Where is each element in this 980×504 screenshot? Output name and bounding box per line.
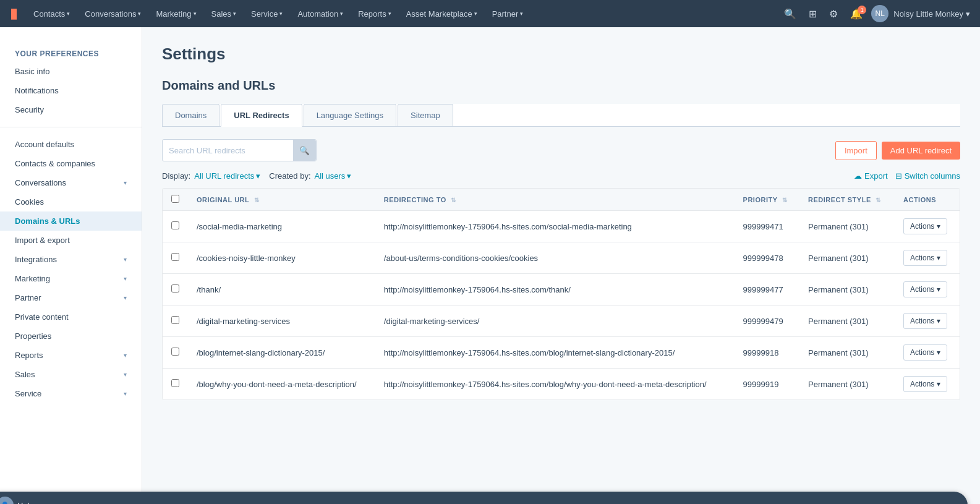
created-by-filter-dropdown[interactable]: All users ▾ <box>315 171 352 181</box>
nav-service[interactable]: Service ▾ <box>245 6 289 22</box>
table-header-row: ORIGINAL URL ⇅ REDIRECTING TO ⇅ PRIORITY… <box>163 189 960 211</box>
tab-sitemap[interactable]: Sitemap <box>398 104 453 126</box>
add-url-redirect-button[interactable]: Add URL redirect <box>882 142 960 160</box>
conversations-chevron-icon: ▾ <box>138 11 141 17</box>
row-actions-button-5[interactable]: Actions ▾ <box>903 376 947 392</box>
row-actions-button-4[interactable]: Actions ▾ <box>903 344 947 361</box>
row-redirecting-to-5: http://noisylittlemonkey-1759064.hs-site… <box>375 369 735 400</box>
row-checkbox-cell-0 <box>163 211 188 242</box>
redirect-style-sort-icon[interactable]: ⇅ <box>876 197 881 203</box>
sidebar-item-domains-urls[interactable]: Domains & URLs <box>0 211 142 231</box>
row-priority-3: 999999479 <box>735 305 799 337</box>
sidebar-item-properties[interactable]: Properties <box>0 327 142 346</box>
row-original-url-5: /blog/why-you-dont-need-a-meta-descripti… <box>188 369 375 400</box>
nav-partner[interactable]: Partner ▾ <box>486 6 530 22</box>
nav-conversations[interactable]: Conversations ▾ <box>79 6 147 22</box>
row-actions-button-3[interactable]: Actions ▾ <box>903 313 947 329</box>
actions-chevron-icon-5: ▾ <box>937 380 940 388</box>
settings-icon-btn[interactable]: ⚙ <box>825 6 842 22</box>
main-content: Settings Domains and URLs Domains URL Re… <box>142 27 980 504</box>
search-input[interactable] <box>169 146 289 155</box>
redirects-table: ORIGINAL URL ⇅ REDIRECTING TO ⇅ PRIORITY… <box>163 189 960 399</box>
col-redirect-style: REDIRECT STYLE ⇅ <box>799 189 895 211</box>
section-title: Domains and URLs <box>162 79 960 93</box>
priority-sort-icon[interactable]: ⇅ <box>782 197 788 203</box>
tab-url-redirects[interactable]: URL Redirects <box>221 104 302 127</box>
nav-asset-marketplace[interactable]: Asset Marketplace ▾ <box>400 6 484 22</box>
row-checkbox-4[interactable] <box>171 348 179 356</box>
import-button[interactable]: Import <box>835 141 877 160</box>
row-checkbox-cell-4 <box>163 337 188 369</box>
apps-icon-btn[interactable]: ⊞ <box>805 6 820 22</box>
row-checkbox-2[interactable] <box>171 284 179 293</box>
redirecting-to-sort-icon[interactable]: ⇅ <box>451 197 456 203</box>
col-original-url: ORIGINAL URL ⇅ <box>188 189 375 211</box>
export-button[interactable]: ☁ Export <box>854 171 888 181</box>
filter-left: Display: All URL redirects ▾ Created by:… <box>162 171 351 181</box>
row-checkbox-0[interactable] <box>171 221 179 229</box>
toolbar-left: 🔍 <box>162 139 317 161</box>
select-all-checkbox[interactable] <box>171 195 179 203</box>
original-url-sort-icon[interactable]: ⇅ <box>254 197 260 203</box>
row-redirecting-to-4: http://noisylittlemonkey-1759064.hs-site… <box>375 337 735 369</box>
row-actions-cell-4: Actions ▾ <box>895 337 960 369</box>
sidebar-item-reports[interactable]: Reports ▾ <box>0 346 142 365</box>
nav-contacts[interactable]: Contacts ▾ <box>27 6 76 22</box>
sidebar: Your preferences Basic info Notification… <box>0 27 142 504</box>
sidebar-item-cookies[interactable]: Cookies <box>0 192 142 211</box>
sidebar-item-sales[interactable]: Sales ▾ <box>0 365 142 384</box>
sidebar-item-contacts-companies[interactable]: Contacts & companies <box>0 154 142 173</box>
row-actions-button-0[interactable]: Actions ▾ <box>903 218 947 234</box>
table-row: /blog/why-you-dont-need-a-meta-descripti… <box>163 369 960 400</box>
table-body: /social-media-marketing http://noisylitt… <box>163 211 960 400</box>
sidebar-item-security[interactable]: Security <box>0 100 142 119</box>
row-priority-4: 99999918 <box>735 337 799 369</box>
switch-columns-button[interactable]: ⊟ Switch columns <box>895 171 960 181</box>
row-actions-cell-2: Actions ▾ <box>895 274 960 305</box>
sidebar-item-marketing[interactable]: Marketing ▾ <box>0 269 142 288</box>
row-original-url-3: /digital-marketing-services <box>188 305 375 337</box>
search-icon-btn[interactable]: 🔍 <box>780 6 800 22</box>
marketing-expand-icon: ▾ <box>124 275 127 282</box>
table-row: /blog/internet-slang-dictionary-2015/ ht… <box>163 337 960 369</box>
sidebar-item-service[interactable]: Service ▾ <box>0 384 142 403</box>
nav-reports[interactable]: Reports ▾ <box>352 6 398 22</box>
sidebar-item-integrations[interactable]: Integrations ▾ <box>0 250 142 269</box>
display-filter-dropdown[interactable]: All URL redirects ▾ <box>194 171 260 181</box>
sidebar-item-partner[interactable]: Partner ▾ <box>0 288 142 307</box>
sales-chevron-icon: ▾ <box>233 11 236 17</box>
export-icon: ☁ <box>854 171 862 181</box>
contacts-chevron-icon: ▾ <box>67 11 70 17</box>
row-checkbox-cell-5 <box>163 369 188 400</box>
search-submit-button[interactable]: 🔍 <box>293 140 316 161</box>
row-actions-button-1[interactable]: Actions ▾ <box>903 250 947 266</box>
tab-domains[interactable]: Domains <box>162 104 219 126</box>
row-checkbox-cell-3 <box>163 305 188 337</box>
nav-marketing[interactable]: Marketing ▾ <box>150 6 202 22</box>
tab-language-settings[interactable]: Language Settings <box>304 104 396 126</box>
sidebar-item-basic-info[interactable]: Basic info <box>0 62 142 81</box>
help-button[interactable]: 1 👤 Help <box>0 492 968 504</box>
sidebar-item-private-content[interactable]: Private content <box>0 307 142 327</box>
nav-automation[interactable]: Automation ▾ <box>291 6 349 22</box>
row-original-url-2: /thank/ <box>188 274 375 305</box>
row-priority-2: 999999477 <box>735 274 799 305</box>
row-checkbox-5[interactable] <box>171 379 179 387</box>
actions-chevron-icon-2: ▾ <box>937 285 940 294</box>
nav-sales[interactable]: Sales ▾ <box>205 6 243 22</box>
row-checkbox-3[interactable] <box>171 316 179 324</box>
sidebar-item-conversations[interactable]: Conversations ▾ <box>0 173 142 192</box>
sidebar-item-account-defaults[interactable]: Account defaults <box>0 135 142 154</box>
notifications-icon-btn[interactable]: 🔔 1 <box>846 6 866 22</box>
sidebar-item-import-export[interactable]: Import & export <box>0 231 142 250</box>
row-actions-button-2[interactable]: Actions ▾ <box>903 281 947 297</box>
sidebar-item-notifications[interactable]: Notifications <box>0 81 142 100</box>
row-checkbox-1[interactable] <box>171 253 179 261</box>
row-redirecting-to-1: /about-us/terms-conditions-cookies/cooki… <box>375 242 735 274</box>
user-menu[interactable]: Noisy Little Monkey ▾ <box>893 9 970 19</box>
row-priority-1: 999999478 <box>735 242 799 274</box>
hubspot-logo: ▮ <box>10 6 17 22</box>
row-redirecting-to-0: http://noisylittlemonkey-1759064.hs-site… <box>375 211 735 242</box>
row-actions-cell-3: Actions ▾ <box>895 305 960 337</box>
service-expand-icon: ▾ <box>124 390 127 397</box>
